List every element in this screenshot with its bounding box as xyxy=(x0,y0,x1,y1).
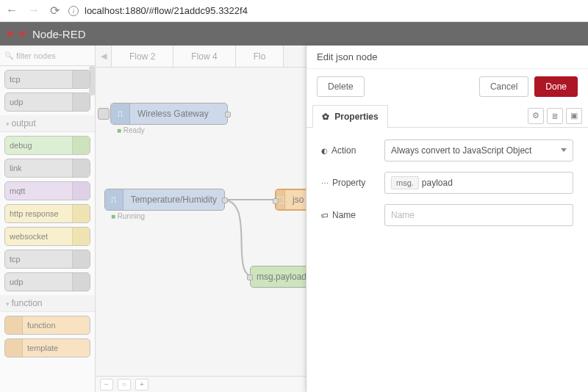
palette-filter-input[interactable]: filter nodes xyxy=(0,46,95,66)
node-status: Ready xyxy=(117,126,145,134)
appearance-icon-button[interactable]: ▣ xyxy=(566,108,582,124)
palette-node[interactable]: websocket xyxy=(4,227,90,246)
node-label: Wireless Gateway xyxy=(130,109,216,119)
browser-toolbar: ← → ⟳ i localhost:1880/#flow/21addc95.33… xyxy=(0,0,588,22)
action-icon: ◐ xyxy=(321,147,328,155)
edit-node-panel: Edit json node Delete Cancel Done ✿ Prop… xyxy=(306,46,588,392)
palette-node[interactable]: template xyxy=(4,338,90,357)
palette-node-label: http response xyxy=(5,209,63,218)
tab-label: Properties xyxy=(334,112,378,122)
app-title: Node-RED xyxy=(32,28,86,40)
forward-icon[interactable]: → xyxy=(28,4,40,18)
app-header: Node-RED xyxy=(0,22,588,46)
tag-icon: 🏷 xyxy=(321,211,329,219)
output-port[interactable] xyxy=(225,112,231,117)
back-icon[interactable]: ← xyxy=(6,4,18,18)
node-type-icon xyxy=(72,250,90,268)
tab-scroll-left-icon[interactable]: ◀ xyxy=(96,46,112,67)
palette-node[interactable]: udp xyxy=(4,92,90,112)
property-icon: ⋯ xyxy=(321,179,329,187)
node-red-logo-icon xyxy=(7,29,25,39)
node-status: Running xyxy=(111,212,145,220)
palette-node-label: tcp xyxy=(5,255,25,264)
edit-panel-title: Edit json node xyxy=(306,46,588,69)
info-icon[interactable]: i xyxy=(68,6,79,16)
palette-sidebar: filter nodes tcpudp output debuglinkmqtt… xyxy=(0,46,96,392)
node-type-icon xyxy=(72,93,90,111)
palette-node-label: link xyxy=(5,164,26,173)
zoom-in-button[interactable]: + xyxy=(135,379,148,391)
palette-node-label: udp xyxy=(5,98,27,106)
input-port[interactable] xyxy=(247,275,253,280)
palette-node[interactable]: function xyxy=(4,316,90,335)
category-output[interactable]: output xyxy=(0,115,95,132)
node-type-icon xyxy=(72,159,90,177)
properties-form: ◐Action Always convert to JavaScript Obj… xyxy=(306,128,588,248)
output-port[interactable] xyxy=(222,197,228,203)
delete-button[interactable]: Delete xyxy=(317,76,365,97)
property-value-input[interactable] xyxy=(422,178,567,188)
inject-button[interactable] xyxy=(98,108,110,120)
palette-node-label: tcp xyxy=(5,75,25,84)
palette-node[interactable]: http response xyxy=(4,204,90,223)
palette-node-label: debug xyxy=(5,141,37,150)
palette-node-label: udp xyxy=(5,277,27,286)
gear-icon: ✿ xyxy=(322,112,329,122)
tab-properties[interactable]: ✿ Properties xyxy=(312,105,388,128)
node-label: Temperature/Humidity xyxy=(123,195,224,205)
action-select[interactable]: Always convert to JavaScript Object xyxy=(384,139,573,161)
wireless-icon: ⎍ xyxy=(111,104,130,124)
description-icon-button[interactable]: 🗎 xyxy=(547,108,563,124)
palette-node-label: mqtt xyxy=(5,186,29,195)
node-temperature-humidity[interactable]: ⎍ Temperature/Humidity Running xyxy=(104,189,225,211)
node-type-icon xyxy=(72,70,90,88)
node-type-icon xyxy=(72,205,90,222)
palette-node[interactable]: link xyxy=(4,159,90,178)
settings-icon-button[interactable]: ⚙ xyxy=(528,108,544,124)
palette-node[interactable]: mqtt xyxy=(4,181,90,200)
property-input[interactable]: msg. xyxy=(384,172,573,194)
reload-icon[interactable]: ⟳ xyxy=(50,4,60,18)
zoom-reset-button[interactable]: ○ xyxy=(118,379,131,391)
palette-node[interactable]: debug xyxy=(4,136,90,155)
node-type-icon xyxy=(72,273,90,291)
node-type-icon xyxy=(72,228,90,245)
done-button[interactable]: Done xyxy=(534,76,578,97)
palette-node[interactable]: udp xyxy=(4,272,90,291)
node-type-icon xyxy=(72,137,90,154)
node-label: msg.payload xyxy=(251,272,314,282)
action-label: Action xyxy=(331,145,356,156)
palette-node-label: template xyxy=(23,344,62,352)
tab-flow-partial[interactable]: Flo xyxy=(236,46,284,67)
node-type-icon xyxy=(5,316,23,334)
node-type-icon xyxy=(5,339,23,357)
property-label: Property xyxy=(332,178,365,188)
palette-node[interactable]: tcp xyxy=(4,70,90,89)
tab-flow-2[interactable]: Flow 2 xyxy=(112,46,173,67)
cancel-button[interactable]: Cancel xyxy=(479,76,528,97)
node-wireless-gateway[interactable]: ⎍ Wireless Gateway Ready xyxy=(110,103,228,125)
property-prefix[interactable]: msg. xyxy=(391,176,419,189)
node-type-icon xyxy=(72,182,90,200)
palette-node-label: websocket xyxy=(5,232,52,241)
input-port[interactable] xyxy=(273,198,279,204)
palette-node-label: function xyxy=(23,321,60,330)
url-text[interactable]: localhost:1880/#flow/21addc95.3322f4 xyxy=(85,5,248,16)
zoom-out-button[interactable]: − xyxy=(100,379,113,391)
name-label: Name xyxy=(332,210,356,220)
name-input[interactable] xyxy=(384,204,573,226)
palette-node[interactable]: tcp xyxy=(4,250,90,269)
sensor-icon: ⎍ xyxy=(105,189,123,210)
category-function[interactable]: function xyxy=(0,295,95,312)
tab-flow-4[interactable]: Flow 4 xyxy=(173,46,235,67)
